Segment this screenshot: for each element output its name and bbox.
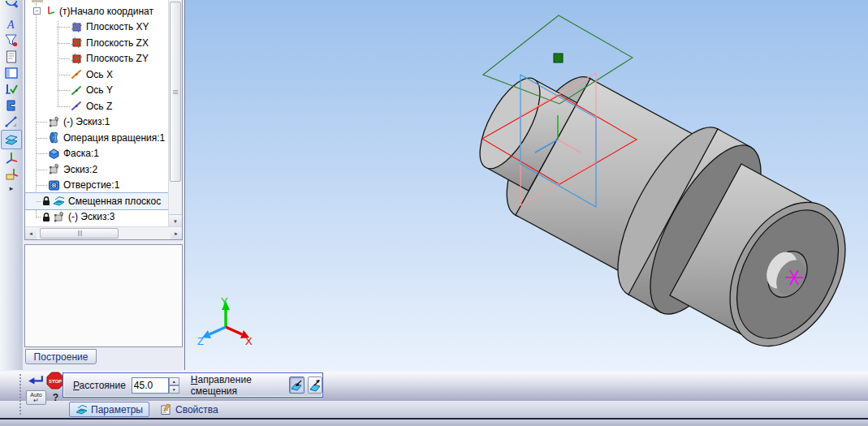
tree-item-label: Операция вращения:1 bbox=[63, 132, 165, 144]
tree-branch-stub bbox=[58, 43, 70, 44]
help-button[interactable]: ? bbox=[49, 390, 63, 405]
revolve-icon bbox=[48, 131, 60, 144]
filter-icon[interactable] bbox=[2, 32, 21, 49]
tree-branch-stub bbox=[58, 27, 70, 28]
origin-icon bbox=[44, 5, 56, 17]
auto-create-button[interactable]: Auto ↵ bbox=[26, 390, 46, 405]
scrollbar-thumb[interactable] bbox=[40, 228, 119, 239]
direction-reverse-button[interactable] bbox=[308, 377, 322, 394]
tree-item-плоскость-xy[interactable]: Плоскость XY bbox=[25, 19, 169, 36]
tree-item-label: Эскиз:2 bbox=[63, 164, 97, 175]
tree-item-label: Ось X bbox=[86, 69, 113, 80]
enter-arrow-icon bbox=[27, 373, 45, 389]
planeblue-icon bbox=[71, 21, 83, 33]
distance-input[interactable] bbox=[132, 377, 169, 394]
tree-branch-stub bbox=[37, 122, 47, 123]
svg-text:STOP: STOP bbox=[49, 379, 62, 384]
tree-item-label: Ось Z bbox=[86, 101, 112, 112]
tree-item--т-начало-координат[interactable]: -(т)Начало координат bbox=[25, 3, 169, 19]
scroll-down-button[interactable]: ▼ bbox=[169, 214, 182, 227]
model-tree-rows: -(т)Начало координатПлоскость XYПлоскост… bbox=[25, 0, 169, 227]
scrollbar-grip bbox=[173, 90, 178, 94]
axispurple-icon bbox=[71, 100, 83, 112]
tree-horizontal-scrollbar[interactable]: ◄ ► bbox=[25, 226, 182, 239]
viewport-scene[interactable]: Y X Z bbox=[185, 0, 868, 370]
hole-icon bbox=[48, 179, 60, 191]
window-icon[interactable] bbox=[2, 65, 21, 81]
tree-item-отверстие-1[interactable]: Отверстие:1 bbox=[25, 178, 169, 194]
tree-branch-stub bbox=[37, 201, 41, 202]
tree-item-смещенная-плоскос[interactable]: Смещенная плоскос bbox=[25, 193, 169, 209]
tree-item-label: Плоскость ZX bbox=[86, 37, 149, 49]
solid-body-icon[interactable] bbox=[2, 97, 21, 114]
offset-direction-label: Направление смещения bbox=[191, 374, 286, 397]
tab-parameters[interactable]: Параметры bbox=[69, 402, 149, 417]
tree-item-label: (т)Начало координат bbox=[59, 6, 153, 17]
direction-forward-button[interactable] bbox=[289, 377, 304, 394]
tab-label: Свойства bbox=[175, 404, 218, 415]
coordinate-axes-icon[interactable] bbox=[2, 149, 21, 166]
tree-vertical-scrollbar[interactable]: ▼ bbox=[168, 0, 182, 227]
scroll-right-button[interactable]: ► bbox=[171, 227, 182, 239]
tree-branch-stub bbox=[37, 217, 41, 217]
create-object-button[interactable] bbox=[27, 373, 45, 388]
3d-viewport[interactable]: Y X Z bbox=[184, 0, 868, 370]
tree-expander[interactable]: - bbox=[33, 7, 41, 15]
tab-properties[interactable]: Свойства bbox=[154, 402, 224, 417]
tree-branch-stub bbox=[58, 75, 70, 75]
tree-item-label: Плоскость XY bbox=[86, 21, 149, 32]
tree-branch-stub bbox=[37, 138, 47, 139]
chamfer-icon bbox=[48, 148, 60, 160]
text-style-icon[interactable]: A bbox=[2, 16, 21, 32]
document-icon[interactable] bbox=[2, 49, 21, 65]
magnifier-partial-icon[interactable] bbox=[2, 0, 21, 16]
tree-item--эскиз-1[interactable]: (-) Эскиз:1 bbox=[25, 114, 169, 131]
plane-drag-handle[interactable] bbox=[554, 54, 563, 62]
spin-up-button[interactable]: ▲ bbox=[169, 377, 179, 385]
spin-down-button[interactable]: ▼ bbox=[169, 385, 179, 394]
tree-branch-stub bbox=[37, 153, 47, 154]
toolbar-drag-grip[interactable] bbox=[19, 374, 21, 415]
kompas3d-window: A▸ -(т)Начало координатПлоскость XYПлоск… bbox=[0, 0, 868, 426]
enter-arrow-glyph: ↵ bbox=[33, 398, 39, 403]
tree-item-ось-z[interactable]: Ось Z bbox=[25, 98, 169, 114]
interrupt-command-button[interactable]: STOP bbox=[46, 372, 64, 389]
tree-branch-stub bbox=[37, 185, 47, 186]
scrollbar-track[interactable] bbox=[119, 227, 171, 239]
distance-spinner: ▲ ▼ bbox=[169, 377, 179, 394]
lock-icon bbox=[41, 212, 51, 222]
tree-item-ось-y[interactable]: Ось Y bbox=[25, 83, 169, 99]
property-tab-strip: ПараметрыСвойства bbox=[0, 401, 868, 418]
toolbar-expand-button[interactable]: ▸ bbox=[2, 183, 20, 193]
tree-item-label: Плоскость ZY bbox=[86, 53, 149, 64]
scrollbar-thumb[interactable] bbox=[170, 2, 181, 182]
measure-icon[interactable] bbox=[2, 81, 21, 97]
tree-item-эскиз-2[interactable]: Эскиз:2 bbox=[25, 161, 169, 178]
tree-branch-stub bbox=[58, 58, 70, 59]
planered-icon bbox=[71, 53, 83, 65]
tab-construction[interactable]: Построение bbox=[25, 349, 97, 364]
model-tree: -(т)Начало координатПлоскость XYПлоскост… bbox=[24, 0, 183, 240]
tree-item-label: Отверстие:1 bbox=[63, 179, 119, 191]
tree-item-ось-x[interactable]: Ось X bbox=[25, 67, 169, 83]
offset-plane-tool-icon[interactable] bbox=[1, 130, 22, 149]
tree-item-операция-вращения-1[interactable]: Операция вращения:1 bbox=[25, 130, 169, 146]
tree-item-label: Ось Y bbox=[86, 84, 113, 96]
tree-branch-stub bbox=[37, 170, 47, 170]
triad-label-z: Z bbox=[197, 335, 204, 347]
tree-item-label: Смещенная плоскос bbox=[68, 196, 161, 207]
model-tree-panel: -(т)Начало координатПлоскость XYПлоскост… bbox=[23, 0, 184, 370]
tree-item-фаска-1[interactable]: Фаска:1 bbox=[25, 146, 169, 162]
distance-label: Расстояние bbox=[73, 380, 126, 391]
tree-branch-stub bbox=[58, 90, 70, 91]
lock-icon bbox=[41, 196, 51, 206]
construction-line-icon[interactable] bbox=[2, 114, 21, 130]
tree-item--эскиз-3[interactable]: (-) Эскиз:3 bbox=[25, 209, 169, 226]
tree-item-плоскость-zy[interactable]: Плоскость ZY bbox=[25, 51, 169, 67]
offsetcyan-icon bbox=[53, 195, 65, 207]
tree-item-плоскость-zx[interactable]: Плоскость ZX bbox=[25, 35, 169, 51]
scroll-left-button[interactable]: ◄ bbox=[25, 227, 37, 239]
local-cs-icon[interactable] bbox=[2, 166, 21, 182]
property-tabs: ПараметрыСвойства bbox=[69, 402, 229, 418]
tree-item-label: (-) Эскиз:1 bbox=[63, 116, 110, 127]
